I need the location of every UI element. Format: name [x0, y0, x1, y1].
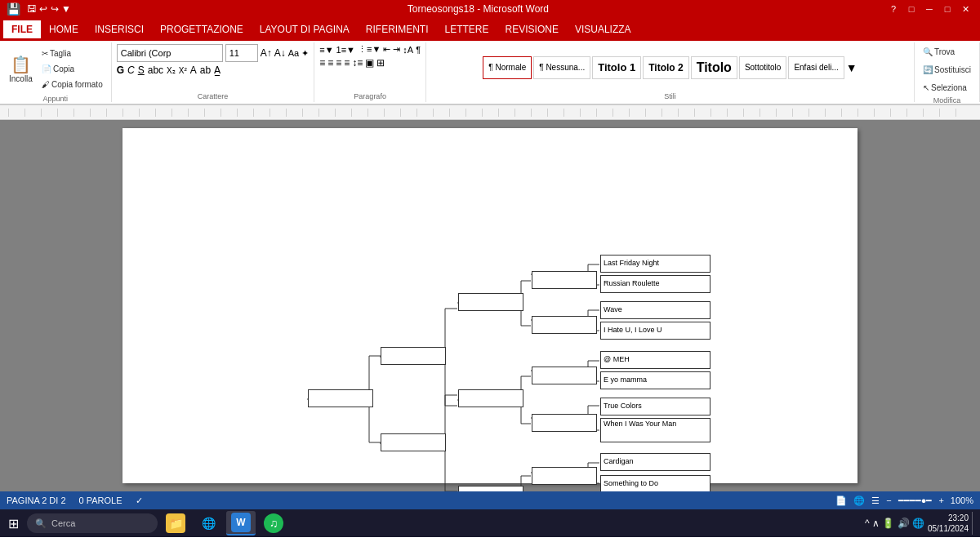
menu-home[interactable]: HOME — [41, 20, 87, 38]
replace-button[interactable]: 🔄 Sostituisci — [920, 62, 974, 77]
round4-box-0 — [381, 347, 446, 365]
menu-file[interactable]: FILE — [3, 20, 41, 38]
view-print-icon[interactable]: 📄 — [835, 495, 847, 506]
round3-box-0 — [458, 293, 523, 311]
ribbon-collapse-icon[interactable]: □ — [903, 2, 920, 16]
menu-layout[interactable]: LAYOUT DI PAGINA — [252, 20, 358, 38]
bullets-button[interactable]: ≡▼ — [319, 45, 333, 55]
statusbar-right: 📄 🌐 ☰ − ━━━━●━ + 100% — [835, 495, 973, 506]
clear-format-button[interactable]: ✦ — [301, 48, 309, 59]
line-spacing-button[interactable]: ↕≡ — [352, 57, 363, 69]
cut-button[interactable]: ✂ Taglia — [38, 46, 106, 60]
shading-button[interactable]: A̲ — [214, 64, 220, 76]
clipboard-label: Appunti — [43, 95, 69, 103]
format-painter-button[interactable]: 🖌 Copia formato — [38, 77, 106, 91]
style-titolo2[interactable]: Titolo 2 — [643, 56, 688, 79]
menu-riferimenti[interactable]: RIFERIMENTI — [358, 20, 437, 38]
menu-inserisci[interactable]: INSERISCI — [87, 20, 152, 38]
font-name-input[interactable] — [117, 44, 223, 62]
spotify-button[interactable]: ♫ — [259, 511, 288, 535]
zoom-in-button[interactable]: + — [938, 495, 943, 505]
help-icon[interactable]: ? — [885, 2, 902, 16]
underline-button[interactable]: S — [138, 64, 145, 76]
clock-date: 05/11/2024 — [928, 523, 969, 534]
page-info: PAGINA 2 DI 2 — [7, 495, 66, 505]
justify-button[interactable]: ≡ — [344, 57, 350, 69]
italic-button[interactable]: C — [127, 64, 135, 76]
close-button[interactable]: ✕ — [957, 2, 973, 16]
search-icon: 🔍 — [35, 518, 47, 529]
title-bar: 💾 🖫 ↩ ↪ ▼ Torneosongs18 - Microsoft Word… — [0, 0, 980, 18]
strikethrough-button[interactable]: abc — [148, 64, 163, 76]
document-container[interactable]: Last Friday Night Russian Roulette Wave … — [0, 120, 980, 491]
decrease-indent-button[interactable]: ⇤ — [383, 44, 390, 55]
view-web-icon[interactable]: 🌐 — [853, 495, 865, 506]
word-count: 0 PAROLE — [79, 495, 122, 505]
status-bar: PAGINA 2 DI 2 0 PAROLE ✓ 📄 🌐 ☰ − ━━━━●━ … — [0, 491, 980, 509]
paste-button[interactable]: 📋 Incolla — [5, 44, 37, 93]
song-box-2: Wave — [600, 301, 710, 319]
select-button[interactable]: ↖ Seleziona — [920, 80, 970, 95]
superscript-button[interactable]: X² — [179, 66, 187, 75]
show-desktop-button[interactable] — [972, 512, 977, 535]
highlight-button[interactable]: ab — [200, 64, 211, 76]
menu-progettazione[interactable]: PROGETTAZIONE — [152, 20, 252, 38]
styles-label: Stili — [664, 92, 676, 100]
window-title: Torneosongs18 - Microsoft Word — [71, 3, 885, 15]
file-explorer-button[interactable]: 📁 — [161, 511, 190, 535]
menu-revisione[interactable]: REVISIONE — [497, 20, 567, 38]
menu-visualizza[interactable]: VISUALIZZA — [567, 20, 639, 38]
show-hide-button[interactable]: ¶ — [416, 45, 421, 55]
song-box-3: I Hate U, I Love U — [600, 322, 710, 340]
clock-time: 23:20 — [928, 513, 969, 523]
shading-para-button[interactable]: ▣ — [365, 57, 374, 69]
style-nessuna[interactable]: ¶ Nessuna... — [533, 56, 590, 79]
word-icon: 💾 — [7, 2, 20, 16]
style-titolo1[interactable]: Titolo 1 — [592, 56, 641, 79]
style-normale[interactable]: ¶ Normale — [483, 56, 532, 79]
style-titolo[interactable]: Titolo — [691, 56, 737, 79]
zoom-level: 100% — [951, 495, 973, 505]
styles-scroll-down[interactable]: ▼ — [846, 61, 858, 74]
tray-icons: ^ ∧ 🔋 🔊 🌐 — [865, 518, 924, 529]
bracket-lines-2 — [155, 144, 825, 491]
clock[interactable]: 23:20 05/11/2024 — [928, 513, 969, 534]
chrome-button[interactable]: 🌐 — [194, 511, 223, 535]
search-bar[interactable]: 🔍 Cerca — [27, 513, 158, 533]
multilevel-list-button[interactable]: ⋮≡▼ — [358, 44, 381, 55]
font-shrink-button[interactable]: A↓ — [274, 47, 286, 59]
restore-button[interactable]: □ — [939, 2, 956, 16]
increase-indent-button[interactable]: ⇥ — [393, 44, 400, 55]
menu-bar: FILE HOME INSERISCI PROGETTAZIONE LAYOUT… — [0, 18, 980, 41]
change-case-button[interactable]: Aa — [288, 48, 299, 58]
menu-lettere[interactable]: LETTERE — [437, 20, 497, 38]
align-right-button[interactable]: ≡ — [336, 57, 341, 69]
borders-button[interactable]: ⊞ — [376, 57, 385, 69]
bold-button[interactable]: G — [117, 64, 124, 76]
copy-button[interactable]: 📄 Copia — [38, 61, 106, 76]
song-box-6: True Colors — [600, 398, 710, 415]
sort-button[interactable]: ↕A — [403, 45, 413, 55]
style-enfasi[interactable]: Enfasi deli... — [788, 56, 844, 79]
start-button[interactable]: ⊞ — [3, 511, 24, 535]
numbering-button[interactable]: 1≡▼ — [336, 45, 355, 55]
font-group: A↑ A↓ Aa ✦ G C S abc X₂ X² A ab A̲ Carat — [112, 42, 315, 102]
font-grow-button[interactable]: A↑ — [261, 47, 272, 59]
style-sottotitolo[interactable]: Sottotitolo — [739, 56, 786, 79]
zoom-out-button[interactable]: − — [886, 495, 891, 505]
proofread-icon[interactable]: ✓ — [136, 495, 143, 506]
align-left-button[interactable]: ≡ — [319, 57, 325, 69]
align-center-button[interactable]: ≡ — [327, 57, 333, 69]
font-color-button[interactable]: A — [190, 64, 197, 76]
word-taskbar-button[interactable]: W — [226, 511, 256, 535]
quick-access: 🖫 ↩ ↪ ▼ — [27, 3, 71, 15]
view-outline-icon[interactable]: ☰ — [871, 495, 880, 506]
font-size-input[interactable] — [225, 44, 258, 62]
bracket-area: Last Friday Night Russian Roulette Wave … — [155, 144, 825, 491]
paragraph-group: ≡▼ 1≡▼ ⋮≡▼ ⇤ ⇥ ↕A ¶ ≡ ≡ ≡ ≡ ↕≡ ▣ ⊞ — [314, 42, 426, 102]
zoom-slider[interactable]: ━━━━●━ — [898, 495, 933, 506]
document-page: Last Friday Night Russian Roulette Wave … — [122, 128, 858, 483]
subscript-button[interactable]: X₂ — [167, 66, 176, 75]
minimize-button[interactable]: ─ — [921, 2, 938, 16]
find-button[interactable]: 🔍 Trova — [920, 44, 958, 59]
